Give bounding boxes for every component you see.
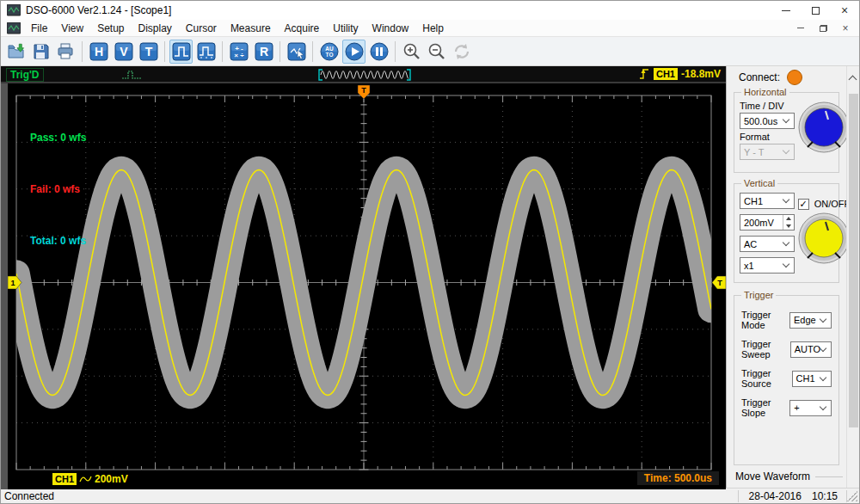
minimize-button[interactable] (771, 1, 801, 20)
status-time: 10:15 (812, 490, 838, 502)
connect-label: Connect: (739, 71, 780, 83)
mdi-close-button[interactable]: × (838, 22, 852, 34)
timebase-readout: Time: 500.0us (637, 471, 719, 485)
resize-grip[interactable] (847, 491, 857, 501)
math-icon: + -× ÷ (230, 42, 249, 61)
svg-text:R: R (259, 45, 267, 58)
format-select[interactable]: Y - T (740, 144, 795, 160)
pause-button[interactable] (367, 40, 390, 64)
mdi-restore-button[interactable] (816, 22, 830, 34)
app-window: DSO-6000 Ver2.1.24 - [Scope1] × File Vie… (0, 0, 860, 504)
scale-value: 200mV (740, 218, 783, 228)
reference-button[interactable]: R (252, 40, 275, 64)
maximize-button[interactable] (801, 1, 830, 20)
vertical-settings-button[interactable]: V (112, 40, 135, 64)
channel-readout: CH1 200mV (52, 473, 128, 485)
vertical-knob[interactable] (796, 210, 851, 270)
close-icon: × (841, 4, 848, 16)
autoset-button[interactable]: AUTO (317, 40, 341, 64)
mdi-document-icon (7, 22, 21, 34)
trigger-source-value: CH1 (796, 373, 820, 384)
probe-select[interactable]: x1 (740, 257, 795, 274)
coupling-select[interactable]: AC (740, 236, 795, 252)
trigger-source-select[interactable]: CH1 (792, 371, 832, 387)
trigger-t-icon: T (139, 42, 158, 61)
print-button[interactable] (54, 40, 77, 64)
status-date: 28-04-2016 (749, 490, 802, 502)
close-button[interactable]: × (830, 1, 859, 20)
spinner-up-button[interactable] (783, 215, 794, 223)
trigger-slope-select[interactable]: + (789, 400, 832, 416)
save-button[interactable] (29, 40, 52, 64)
chevron-down-icon (783, 261, 789, 267)
trigger-mode-select[interactable]: Edge (789, 312, 832, 329)
toolbar-separator (82, 41, 83, 62)
svg-text:H: H (94, 45, 102, 58)
window-title: DSO-6000 Ver2.1.24 - [Scope1] (26, 4, 171, 16)
scope-display[interactable]: 1TT Pass: 0 wfs Fail: 0 wfs Total: 0 wfs… (1, 83, 726, 489)
channel-select[interactable]: CH1 (740, 193, 795, 209)
mdi-close-icon: × (842, 23, 848, 34)
pass-fail-counters: Pass: 0 wfs Fail: 0 wfs Total: 0 wfs (30, 95, 86, 284)
waveform-preview[interactable] (317, 68, 412, 82)
select-waveform-button[interactable] (285, 40, 308, 64)
refresh-button[interactable] (450, 40, 473, 64)
trigger-settings-button[interactable]: T (137, 40, 160, 64)
menu-display[interactable]: Display (132, 21, 179, 36)
trigger-sweep-value: AUTO (795, 344, 820, 354)
svg-text:AU: AU (325, 46, 334, 52)
spinner-down-button[interactable] (783, 223, 794, 230)
menu-window[interactable]: Window (366, 21, 416, 36)
channel-onoff-checkbox[interactable]: ✓ (798, 199, 809, 210)
menu-help[interactable]: Help (415, 21, 451, 36)
mdi-minimize-button[interactable] (794, 22, 808, 34)
time-div-select[interactable]: 500.0us (740, 113, 795, 129)
play-icon (345, 42, 364, 61)
zoom-in-button[interactable] (400, 40, 423, 64)
connect-status-led[interactable] (787, 70, 802, 85)
save-icon (32, 42, 51, 61)
trigger-mode-row: Trigger Mode Edge (741, 310, 832, 330)
panel-scrollbar[interactable] (846, 66, 859, 488)
menu-file[interactable]: File (24, 21, 54, 36)
vertical-v-icon: V (114, 42, 133, 61)
toolbar-separator (312, 41, 313, 62)
triangle-down-icon (786, 224, 791, 228)
scrollbar-thumb[interactable] (849, 94, 858, 427)
triangle-up-icon (786, 217, 791, 220)
rising-edge-icon (639, 68, 650, 80)
chevron-down-icon (820, 315, 826, 322)
svg-text:T: T (361, 86, 366, 95)
horizontal-settings-button[interactable]: H (87, 40, 110, 64)
trigger-sweep-select[interactable]: AUTO (790, 341, 832, 358)
time-per-div: Time: 500.0us (644, 472, 712, 484)
print-icon (57, 42, 76, 61)
scale-spinner[interactable]: 200mV (740, 214, 795, 230)
cursor-select-icon (287, 42, 306, 61)
menu-cursor[interactable]: Cursor (179, 21, 224, 36)
pass-fail-test-button[interactable] (169, 40, 193, 64)
open-folder-icon (7, 42, 26, 61)
chevron-down-icon (820, 373, 826, 380)
toolbar-separator (222, 41, 223, 62)
zoom-out-button[interactable] (425, 40, 448, 64)
maximize-icon (812, 7, 820, 15)
waveform-record-button[interactable] (194, 40, 218, 64)
mdi-restore-icon (820, 25, 827, 32)
horizontal-knob[interactable] (796, 99, 851, 159)
menu-measure[interactable]: Measure (224, 21, 278, 36)
onoff-label: ON/OFF (814, 199, 851, 209)
svg-text:T: T (144, 45, 152, 58)
menu-utility[interactable]: Utility (326, 21, 365, 36)
fail-count: Fail: 0 wfs (30, 181, 86, 198)
run-button[interactable] (342, 40, 366, 64)
open-button[interactable] (4, 40, 28, 64)
trigger-channel-badge: CH1 (654, 68, 678, 80)
menu-acquire[interactable]: Acquire (278, 21, 327, 36)
connection-status: Connected (1, 490, 738, 502)
math-button[interactable]: + -× ÷ (227, 40, 250, 64)
menu-view[interactable]: View (54, 21, 90, 36)
volts-per-div: 200mV (95, 473, 128, 485)
trigger-level-value: -18.8mV (681, 68, 721, 80)
menu-setup[interactable]: Setup (90, 21, 131, 36)
